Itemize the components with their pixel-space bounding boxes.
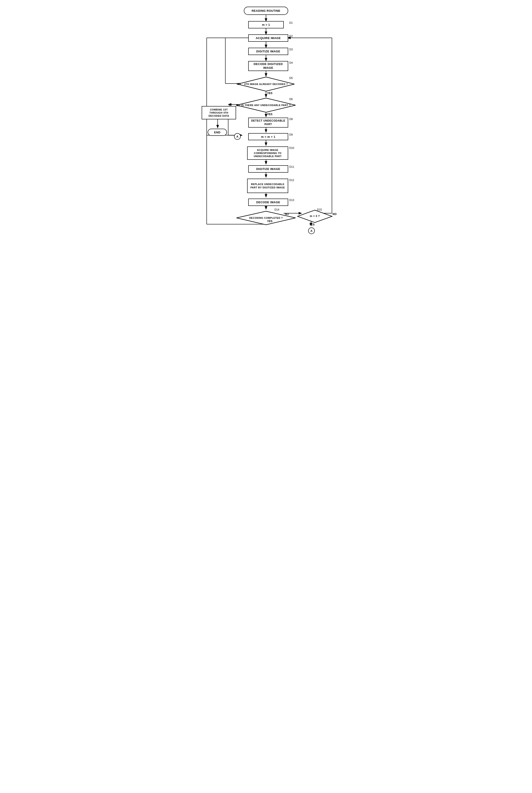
tag-d8: D8 [289,118,292,121]
d5-yes-label: YES [267,92,272,95]
circle-a-connector: A [234,133,241,140]
tag-d9: D9 [289,133,292,136]
node-d1: m = 1 [248,21,284,29]
flowchart-container: READING ROUTINE D1 m = 1 D2 ACQUIRE IMAG… [188,4,344,238]
d1-label: m = 1 [262,23,270,26]
d8-label: DETECT UNDECODABLE PART [249,119,287,126]
node-d8: DETECT UNDECODABLE PART [248,118,288,128]
d9-label: m = m + 1 [261,135,275,138]
node-d13: DECODE IMAGE [248,199,288,206]
node-d5: 4TH IMAGE ALREADY DECODED ? [237,77,295,92]
d4-label: DECODE DIGITIZED IMAGE [249,62,288,70]
node-d11: DIGITIZE IMAGE [248,165,288,173]
node-d7: COMBINE 1ST THROUGH 4TH DECODED DATA [202,106,236,119]
d6-no-label: NO [236,104,240,107]
node-d12: REPLACE UNDECODABLE PART BY DIGITIZED IM… [247,178,288,193]
tag-d12: D12 [289,178,294,182]
reading-routine-label: READING ROUTINE [251,9,281,13]
tag-d10: D10 [289,147,294,150]
d2-label: ACQUIRE IMAGE [256,36,281,40]
tag-d2: D2 [289,35,292,38]
node-d15: m = 3 ? [297,210,332,223]
d6-yes-label: YES [267,113,272,116]
node-d3: DIGITIZE IMAGE [248,48,288,55]
d3-label: DIGITIZE IMAGE [256,50,280,53]
node-d9: m = m + 1 [248,133,288,140]
d15-yes-label: YES [309,223,315,226]
tag-d4: D4 [289,61,292,64]
node-end: END [208,129,227,136]
d13-label: DECODE IMAGE [256,201,280,204]
d15-no-label: NO [332,212,337,216]
d14-label: DECODING COMPLETED ? [249,216,283,220]
node-d2: ACQUIRE IMAGE [248,34,288,42]
d11-label: DIGITIZE IMAGE [256,167,280,171]
node-reading-routine: READING ROUTINE [244,7,288,15]
d15-label: m = 3 ? [310,214,320,218]
d6-label: IS THERE ANY UNDECODABLE PART ? [241,103,291,107]
node-d10: ACQUIRE IMAGE CORRESPONDING TO UNDECODAB… [247,147,288,160]
end-label: END [214,131,221,134]
node-d4: DECODE DIGITIZED IMAGE [248,61,288,71]
node-d6: IS THERE ANY UNDECODABLE PART ? [236,98,296,113]
d7-label: COMBINE 1ST THROUGH 4TH DECODED DATA [203,108,235,118]
d5-no-label: NO [237,82,241,86]
d12-label: REPLACE UNDECODABLE PART BY DIGITIZED IM… [248,183,287,189]
tag-d11: D11 [289,165,294,168]
circle-a-bottom: A [308,227,315,234]
tag-d3: D3 [289,48,292,51]
d14-no-label: NO [285,212,289,216]
tag-d13: D13 [289,199,294,202]
d14-yes-label: YES [267,220,272,223]
d5-label: 4TH IMAGE ALREADY DECODED ? [244,82,288,86]
tag-d1: D1 [289,21,292,24]
d10-label: ACQUIRE IMAGE CORRESPONDING TO UNDECODAB… [248,148,287,158]
